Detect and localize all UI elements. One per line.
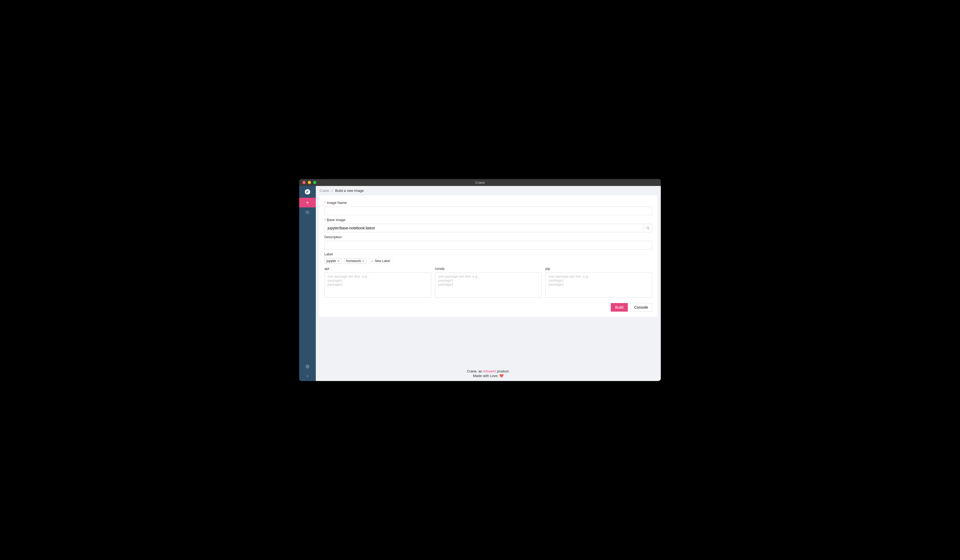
main-content: Crane / Build a new Image *Image Name *B… [316, 186, 661, 381]
console-button[interactable]: Console [630, 303, 652, 312]
pip-textarea[interactable] [546, 272, 652, 298]
list-icon [306, 210, 310, 214]
field-conda: conda [435, 267, 542, 298]
svg-point-9 [306, 213, 306, 213]
window-title: Crane [475, 181, 485, 185]
footer: Crane, an InfuseAI product. Made with Lo… [316, 363, 661, 381]
plus-icon [306, 200, 310, 205]
field-base-image: *Base Image [324, 218, 652, 232]
breadcrumb-current: Build a new Image [335, 189, 364, 193]
titlebar: Crane [299, 179, 661, 186]
svg-line-12 [649, 229, 650, 230]
add-label-button[interactable]: ＋ New Label [369, 258, 392, 264]
build-button[interactable]: Build [611, 303, 627, 312]
window-minimize-button[interactable] [308, 181, 311, 184]
sidebar-item-expand[interactable] [299, 371, 316, 381]
app-window: Crane [299, 179, 661, 381]
field-pip: pip [546, 267, 652, 298]
image-name-label: *Image Name [324, 201, 652, 205]
sidebar-item-list[interactable] [299, 207, 316, 217]
sidebar-item-settings[interactable] [299, 362, 316, 371]
infuseai-link[interactable]: InfuseAI [483, 369, 496, 373]
plus-icon: ＋ [371, 259, 374, 263]
label-tag-text: jupyter [326, 259, 336, 263]
base-image-input[interactable] [324, 224, 644, 232]
form-card: *Image Name *Base Image [319, 195, 658, 317]
field-label: Label jupyter ✕ homework ✕ ＋ New Label [324, 252, 652, 264]
window-zoom-button[interactable] [313, 181, 316, 184]
field-image-name: *Image Name [324, 201, 652, 215]
label-tag-text: homework [346, 259, 361, 263]
label-tag: jupyter ✕ [324, 258, 342, 264]
svg-point-0 [305, 189, 310, 195]
svg-point-11 [646, 227, 649, 229]
pip-label: pip [546, 267, 652, 270]
remove-tag-button[interactable]: ✕ [337, 259, 340, 263]
required-asterisk: * [324, 218, 326, 222]
svg-point-10 [307, 366, 308, 367]
image-name-input[interactable] [324, 206, 652, 215]
field-description: Description [324, 235, 652, 250]
traffic-lights [302, 181, 316, 184]
breadcrumb-separator: / [331, 189, 333, 193]
window-close-button[interactable] [302, 181, 306, 184]
packages-row: apt conda pip [324, 267, 652, 298]
label-tag: homework ✕ [344, 258, 366, 264]
search-icon [646, 226, 650, 230]
conda-textarea[interactable] [435, 272, 542, 298]
base-image-search-button[interactable] [644, 224, 652, 232]
conda-label: conda [435, 267, 542, 270]
footer-line1: Crane, an InfuseAI product. [316, 369, 661, 373]
description-label: Description [324, 235, 652, 239]
gear-icon [306, 365, 309, 368]
apt-textarea[interactable] [324, 272, 431, 298]
base-image-label: *Base Image [324, 218, 652, 222]
chevron-right-icon [306, 374, 309, 378]
form-actions: Build Console [324, 303, 652, 312]
sidebar [299, 186, 316, 381]
remove-tag-button[interactable]: ✕ [362, 259, 364, 263]
required-asterisk: * [324, 201, 326, 205]
app-logo [299, 186, 316, 198]
description-input[interactable] [324, 241, 652, 250]
sidebar-item-build[interactable] [299, 198, 316, 207]
label-tags: jupyter ✕ homework ✕ ＋ New Label [324, 258, 652, 264]
heart-icon: ❤️ [499, 374, 504, 378]
breadcrumb: Crane / Build a new Image [316, 186, 661, 195]
crane-logo-icon [304, 189, 310, 195]
label-label: Label [324, 252, 652, 256]
breadcrumb-root[interactable]: Crane [320, 189, 329, 193]
svg-point-1 [308, 191, 309, 191]
apt-label: apt [324, 267, 431, 270]
footer-line2: Made with Love. ❤️ [316, 374, 661, 378]
field-apt: apt [324, 267, 431, 298]
svg-point-8 [306, 212, 306, 212]
